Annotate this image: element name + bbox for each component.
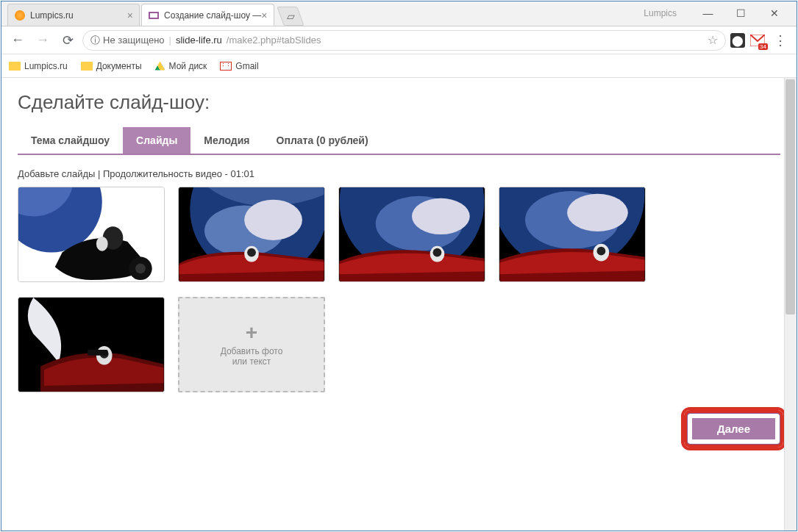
favicon-lumpics [14,10,26,21]
url-path: /make2.php#tabSlides [227,35,321,46]
tab-payment[interactable]: Оплата (0 рублей) [263,127,382,154]
tab-title-1: Создание слайд-шоу — [164,10,261,21]
tab-theme[interactable]: Тема слайдшоу [18,127,123,154]
add-slide-label-2: или текст [232,356,271,367]
page-heading: Сделайте слайд-шоу: [18,91,780,114]
drive-icon [155,62,165,71]
bookmark-star-icon[interactable]: ☆ [708,33,718,47]
tab-close-icon[interactable]: × [261,10,267,21]
gmail-extension-icon[interactable]: 34 [749,32,766,48]
slide-thumb-4[interactable] [499,187,646,282]
gmail-badge-count: 34 [758,43,768,50]
browser-menu-button[interactable]: ⋮ [770,30,791,51]
folder-icon [81,62,93,71]
svg-rect-29 [88,350,108,356]
address-input[interactable]: ⓘ Не защищено | slide-life.ru/make2.php#… [82,30,726,51]
tab-slides[interactable]: Слайды [123,127,190,154]
bookmark-item-0[interactable]: Lumpics.ru [9,61,68,71]
scrollbar[interactable] [784,78,797,531]
gmail-icon [220,62,232,71]
bookmark-item-3[interactable]: Gmail [220,61,258,71]
svg-point-25 [596,247,605,256]
add-slide-label-1: Добавить фото [221,346,283,356]
nav-forward-button[interactable]: → [32,30,53,51]
url-host: slide-life.ru [176,35,222,46]
tab-melody[interactable]: Мелодия [190,127,263,154]
favicon-slidelife [148,10,160,21]
svg-point-13 [247,248,256,257]
browser-tab-0[interactable]: Lumpics.ru × [7,4,140,26]
scrollbar-thumb[interactable] [785,79,795,314]
address-bar-row: ← → ⟳ ⓘ Не защищено | slide-life.ru/make… [1,26,797,54]
security-indicator[interactable]: ⓘ Не защищено [90,34,165,47]
svg-point-7 [96,237,108,251]
insecure-label: Не защищено [103,35,165,46]
step-tabs: Тема слайдшоу Слайды Мелодия Оплата (0 р… [18,127,780,155]
folder-icon [9,62,21,71]
svg-point-6 [135,263,146,273]
bookmark-item-1[interactable]: Документы [81,61,142,71]
browser-tab-1[interactable]: Создание слайд-шоу — × [141,4,274,26]
bookmarks-bar: Lumpics.ru Документы Мой диск Gmail [1,54,797,78]
page-content: Сделайте слайд-шоу: Тема слайдшоу Слайды… [1,78,797,531]
add-slide-button[interactable]: + Добавить фото или текст [178,297,325,392]
window-minimize-button[interactable]: — [691,3,724,24]
svg-point-23 [567,194,628,231]
extension-icon[interactable]: ⬤ [730,33,745,48]
new-tab-button[interactable]: ▱ [277,7,304,26]
svg-point-17 [412,198,470,234]
nav-back-button[interactable]: ← [7,30,28,51]
slides-info-text: Добавьте слайды | Продолжительность виде… [18,168,780,179]
svg-point-19 [433,248,442,257]
info-icon: ⓘ [90,34,100,47]
svg-point-11 [244,200,302,240]
slide-thumb-2[interactable] [178,187,325,282]
tab-close-icon[interactable]: × [127,10,133,21]
tab-title-0: Lumpics.ru [30,10,74,21]
slides-grid: + Добавить фото или текст [18,187,780,392]
browser-tabstrip: Lumpics.ru × Создание слайд-шоу — × ▱ Lu… [1,1,797,26]
window-maximize-button[interactable]: ☐ [724,3,758,24]
window-title: Lumpics [644,8,677,18]
next-button[interactable]: Далее [687,413,780,445]
nav-reload-button[interactable]: ⟳ [57,30,78,51]
bookmark-item-2[interactable]: Мой диск [155,61,207,71]
window-close-button[interactable]: ✕ [758,3,791,24]
slide-thumb-1[interactable] [18,187,165,282]
slide-thumb-5[interactable] [18,297,165,392]
slide-thumb-3[interactable] [338,187,485,282]
plus-icon: + [246,323,257,343]
